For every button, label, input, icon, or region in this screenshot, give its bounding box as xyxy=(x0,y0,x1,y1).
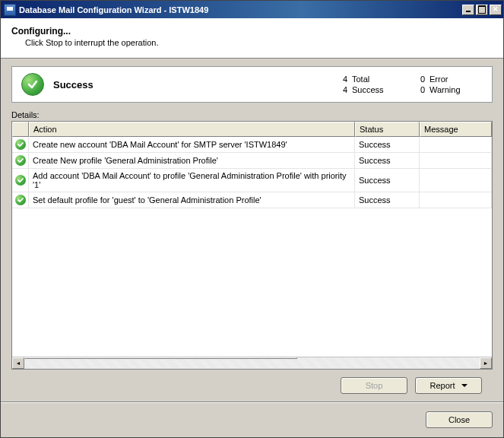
check-icon xyxy=(15,155,26,166)
wizard-window: Database Mail Configuration Wizard - IST… xyxy=(0,0,504,438)
report-button-label: Report xyxy=(430,381,455,390)
success-label: Success xyxy=(352,85,405,94)
scroll-right-button[interactable]: ► xyxy=(480,357,492,369)
row-message-cell xyxy=(420,153,492,169)
grid-header: Action Status Message xyxy=(12,122,492,137)
footer-button-row: Close xyxy=(1,402,503,437)
check-icon xyxy=(15,139,26,150)
row-action-cell: Add account 'DBA Mail Account' to profil… xyxy=(29,169,355,192)
success-count: 4 xyxy=(332,85,347,94)
table-row[interactable]: Add account 'DBA Mail Account' to profil… xyxy=(12,169,492,192)
minimize-button[interactable] xyxy=(462,5,474,15)
row-message-cell xyxy=(420,192,492,208)
stop-button-label: Stop xyxy=(366,381,383,390)
page-body: Success 4 Total 0 Error 4 Success 0 Warn… xyxy=(1,59,503,402)
col-header-icon[interactable] xyxy=(12,122,29,137)
title-bar[interactable]: Database Mail Configuration Wizard - IST… xyxy=(1,1,503,18)
row-status-cell: Success xyxy=(355,192,420,208)
table-row[interactable]: Set default profile for 'guest' to 'Gene… xyxy=(12,192,492,208)
row-status-cell: Success xyxy=(355,137,420,153)
row-action-cell: Create New profile 'General Administrati… xyxy=(29,153,355,169)
window-controls xyxy=(462,5,502,15)
details-grid: Action Status Message Create new account… xyxy=(11,121,493,370)
page-subtitle: Click Stop to interrupt the operation. xyxy=(25,38,493,47)
scroll-thumb[interactable] xyxy=(24,357,297,359)
total-count: 4 xyxy=(332,75,347,84)
success-icon xyxy=(21,73,44,96)
scroll-track[interactable] xyxy=(24,357,480,369)
check-icon xyxy=(15,195,26,205)
row-status-cell: Success xyxy=(355,153,420,169)
maximize-button[interactable] xyxy=(476,5,488,15)
app-icon xyxy=(4,4,16,16)
report-button[interactable]: Report xyxy=(415,377,482,394)
error-count: 0 xyxy=(410,75,425,84)
page-header: Configuring... Click Stop to interrupt t… xyxy=(1,18,503,59)
close-window-button[interactable] xyxy=(490,5,502,15)
close-button[interactable]: Close xyxy=(426,411,493,428)
row-status-icon-cell xyxy=(12,192,29,208)
row-status-icon-cell xyxy=(12,153,29,169)
row-action-cell: Set default profile for 'guest' to 'Gene… xyxy=(29,192,355,208)
row-message-cell xyxy=(420,137,492,153)
col-header-action[interactable]: Action xyxy=(29,122,355,137)
summary-panel: Success 4 Total 0 Error 4 Success 0 Warn… xyxy=(11,66,493,103)
row-status-cell: Success xyxy=(355,169,420,192)
row-status-icon-cell xyxy=(12,169,29,192)
warning-count: 0 xyxy=(410,85,425,94)
warning-label: Warning xyxy=(430,85,483,94)
window-title: Database Mail Configuration Wizard - IST… xyxy=(19,5,462,14)
total-label: Total xyxy=(352,75,405,84)
col-header-message[interactable]: Message xyxy=(420,122,492,137)
action-button-row: Stop Report xyxy=(11,370,493,402)
summary-status-label: Success xyxy=(53,79,332,90)
caret-down-icon xyxy=(461,384,468,387)
error-label: Error xyxy=(430,75,483,84)
row-action-cell: Create new account 'DBA Mail Account' fo… xyxy=(29,137,355,153)
table-row[interactable]: Create new account 'DBA Mail Account' fo… xyxy=(12,137,492,153)
check-icon xyxy=(15,175,26,186)
close-button-label: Close xyxy=(449,415,470,424)
scroll-left-button[interactable]: ◄ xyxy=(12,357,24,369)
page-title: Configuring... xyxy=(11,26,493,36)
summary-stats: 4 Total 0 Error 4 Success 0 Warning xyxy=(332,75,483,94)
horizontal-scrollbar[interactable]: ◄ ► xyxy=(12,357,492,369)
grid-body: Create new account 'DBA Mail Account' fo… xyxy=(12,137,492,357)
stop-button[interactable]: Stop xyxy=(341,377,407,394)
col-header-status[interactable]: Status xyxy=(355,122,420,137)
details-label: Details: xyxy=(11,110,493,119)
row-message-cell xyxy=(420,169,492,192)
row-status-icon-cell xyxy=(12,137,29,153)
table-row[interactable]: Create New profile 'General Administrati… xyxy=(12,153,492,169)
